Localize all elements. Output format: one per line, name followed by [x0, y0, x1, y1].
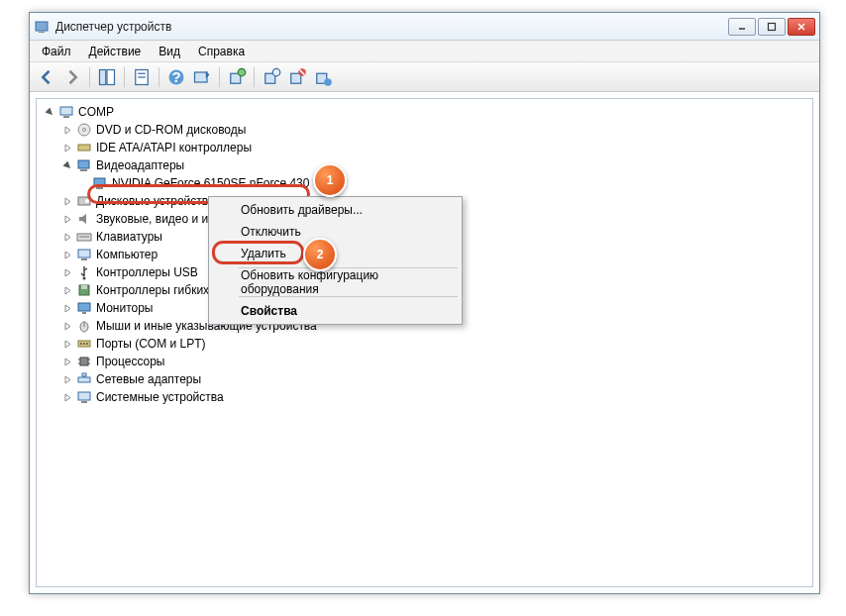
svg-rect-58 — [81, 401, 87, 403]
svg-rect-13 — [195, 72, 208, 82]
uninstall-button[interactable] — [261, 66, 282, 88]
expand-icon[interactable] — [62, 214, 73, 225]
expand-icon[interactable] — [62, 196, 73, 207]
svg-rect-28 — [78, 160, 89, 168]
monitor-icon — [76, 300, 92, 316]
collapse-icon[interactable] — [45, 107, 55, 118]
titlebar: Диспетчер устройств — [30, 13, 819, 41]
ctx-scan-hardware[interactable]: Обновить конфигурацию оборудования — [211, 271, 460, 293]
expand-icon[interactable] — [62, 250, 73, 260]
tree-item-dvd[interactable]: DVD и CD-ROM дисководы — [39, 121, 810, 139]
toolbar: ? — [30, 62, 819, 92]
tree-item-label: Системные устройства — [96, 390, 224, 404]
tree-device-nvidia[interactable]: NVIDIA GeForce 6150SE nForce 430 — [39, 174, 810, 192]
tree-item-processors[interactable]: Процессоры — [39, 353, 810, 370]
scan-hardware-button[interactable] — [191, 66, 213, 88]
svg-rect-54 — [78, 377, 90, 382]
tree-item-label: Клавиатуры — [96, 230, 162, 244]
properties-button[interactable] — [131, 66, 153, 88]
minimize-button[interactable] — [728, 18, 756, 36]
svg-rect-31 — [96, 187, 103, 189]
ctx-item-label: Свойства — [241, 304, 297, 318]
svg-rect-49 — [80, 358, 88, 365]
ctx-item-label: Обновить конфигурацию оборудования — [241, 268, 460, 296]
computer-icon — [76, 247, 92, 262]
expand-icon[interactable] — [62, 339, 73, 350]
tree-panel: COMP DVD и CD-ROM дисководы IDE ATA/ATAP… — [36, 98, 813, 587]
ctx-disable[interactable]: Отключить — [211, 221, 460, 243]
back-button[interactable] — [36, 66, 57, 88]
tree-item-ports[interactable]: Порты (COM и LPT) — [39, 335, 810, 353]
tree-device-label: NVIDIA GeForce 6150SE nForce 430 — [112, 176, 309, 190]
svg-rect-27 — [78, 145, 90, 151]
svg-rect-42 — [82, 312, 86, 314]
show-hide-tree-button[interactable] — [96, 66, 118, 88]
svg-rect-0 — [36, 22, 48, 31]
disk-icon — [76, 193, 92, 209]
port-icon — [76, 336, 92, 352]
ctx-separator — [239, 296, 458, 297]
svg-rect-18 — [291, 73, 301, 83]
svg-point-48 — [86, 343, 88, 345]
collapse-icon[interactable] — [62, 160, 73, 171]
tree-item-label: Контроллеры USB — [96, 265, 198, 279]
menu-help[interactable]: Справка — [190, 43, 253, 60]
update-driver-button[interactable] — [226, 66, 248, 88]
system-icon — [76, 389, 92, 405]
svg-rect-36 — [78, 250, 90, 257]
expand-icon[interactable] — [62, 374, 73, 385]
expand-icon[interactable] — [62, 357, 73, 367]
tree-item-video-adapters[interactable]: Видеоадаптеры — [39, 156, 810, 174]
cpu-icon — [76, 354, 92, 369]
ctx-properties[interactable]: Свойства — [211, 300, 460, 322]
menubar: Файл Действие Вид Справка — [30, 41, 819, 62]
svg-rect-30 — [94, 178, 105, 186]
tree-item-system[interactable]: Системные устройства — [39, 388, 810, 406]
forward-button[interactable] — [61, 66, 83, 88]
svg-rect-3 — [769, 23, 776, 30]
expand-icon[interactable] — [62, 321, 73, 332]
tree-item-ide[interactable]: IDE ATA/ATAPI контроллеры — [39, 139, 810, 156]
tree-item-label: DVD и CD-ROM дисководы — [96, 123, 246, 137]
tree-item-network[interactable]: Сетевые адаптеры — [39, 370, 810, 388]
svg-point-33 — [85, 199, 89, 203]
svg-rect-40 — [81, 285, 87, 289]
svg-text:?: ? — [171, 68, 180, 85]
maximize-button[interactable] — [758, 18, 786, 36]
enable-button[interactable] — [312, 66, 334, 88]
network-icon — [76, 371, 92, 387]
expand-icon[interactable] — [62, 303, 73, 314]
menu-action[interactable]: Действие — [81, 43, 150, 60]
expand-icon[interactable] — [62, 143, 73, 154]
svg-rect-41 — [78, 303, 90, 311]
svg-point-15 — [238, 68, 246, 76]
expand-icon[interactable] — [62, 267, 73, 278]
keyboard-icon — [76, 229, 92, 245]
ctx-update-drivers[interactable]: Обновить драйверы... — [211, 199, 460, 221]
tree-item-label: Компьютер — [96, 248, 158, 261]
expand-icon[interactable] — [62, 125, 73, 136]
tree-item-label: IDE ATA/ATAPI контроллеры — [96, 141, 252, 154]
help-button[interactable]: ? — [165, 66, 187, 88]
menu-file[interactable]: Файл — [34, 43, 79, 60]
expand-icon[interactable] — [62, 285, 73, 296]
menu-view[interactable]: Вид — [151, 43, 188, 60]
svg-point-17 — [272, 68, 280, 76]
annotation-callout-2: 2 — [303, 238, 337, 271]
callout-number: 1 — [327, 173, 334, 187]
expand-icon[interactable] — [62, 232, 73, 243]
svg-rect-57 — [78, 392, 90, 400]
close-button[interactable] — [788, 18, 815, 36]
tree-item-label: Видеоадаптеры — [96, 158, 184, 172]
tree-item-label: Мониторы — [96, 301, 153, 315]
expand-icon[interactable] — [62, 392, 73, 403]
controller-icon — [76, 140, 92, 155]
display-adapter-icon — [76, 157, 92, 173]
disable-button[interactable] — [286, 66, 308, 88]
svg-rect-1 — [39, 32, 45, 33]
display-adapter-icon — [92, 175, 108, 191]
computer-icon — [58, 104, 74, 120]
tree-root[interactable]: COMP — [39, 103, 810, 121]
tree-item-label: Порты (COM и LPT) — [96, 337, 206, 351]
annotation-callout-1: 1 — [313, 163, 347, 197]
